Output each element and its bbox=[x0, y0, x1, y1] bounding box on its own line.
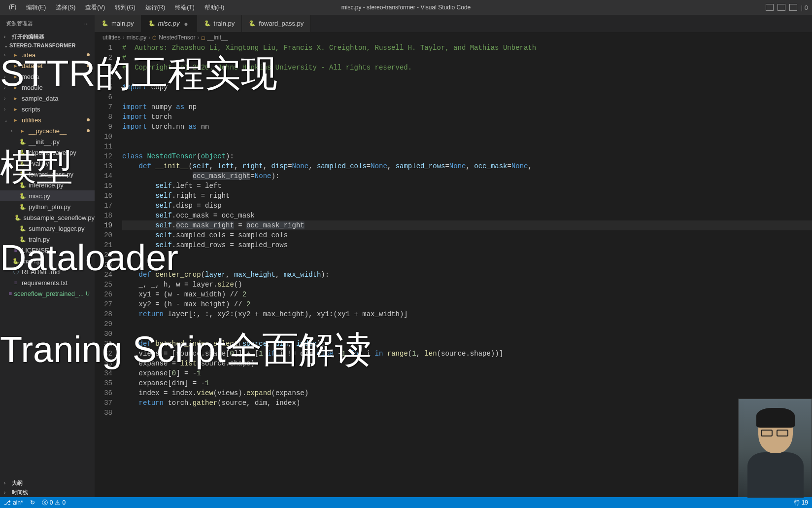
code-line[interactable]: def batched_index_select(source, dim, in… bbox=[122, 339, 812, 349]
code-line[interactable]: self.left = left bbox=[122, 181, 812, 191]
menu-编辑(E)[interactable]: 编辑(E) bbox=[21, 1, 51, 14]
code-line[interactable]: xy2 = (h - max_height) // 2 bbox=[122, 299, 812, 309]
code-line[interactable]: import torch.nn as nn bbox=[122, 122, 812, 132]
tree-item-.idea[interactable]: ›▸.idea bbox=[0, 49, 95, 60]
branch-icon: ⎇ bbox=[4, 499, 11, 506]
code-line[interactable]: occ_mask_right=None): bbox=[122, 171, 812, 181]
tree-item-main.py[interactable]: 🐍main.py bbox=[0, 255, 95, 266]
breadcrumb[interactable]: utilities›misc.py›⬡NestedTensor›◻__init_… bbox=[95, 32, 812, 43]
tree-item-foward_pass.py[interactable]: 🐍foward_pass.py bbox=[0, 169, 95, 180]
code-line[interactable]: self.disp = disp bbox=[122, 201, 812, 211]
tree-item-LICENSE[interactable]: ≡LICENSE bbox=[0, 245, 95, 255]
tree-item-dataset[interactable]: ›▸dataset bbox=[0, 60, 95, 71]
code-line[interactable]: import numpy as np bbox=[122, 102, 812, 112]
tree-item-python_pfm.py[interactable]: 🐍python_pfm.py bbox=[0, 201, 95, 212]
problems[interactable]: ⓧ 0 ⚠ 0 bbox=[42, 499, 66, 507]
tree-item-module[interactable]: ›▸module bbox=[0, 82, 95, 93]
code-line[interactable]: self.sampled_cols = sampled_cols bbox=[122, 230, 812, 240]
git-branch[interactable]: ⎇ ain* bbox=[4, 499, 23, 506]
code-line[interactable] bbox=[122, 250, 812, 260]
code-line[interactable]: # Copyright (c) 2020. Johns Hopkins Univ… bbox=[122, 63, 812, 73]
tree-item-README.md[interactable]: ⓘREADME.md bbox=[0, 266, 95, 277]
cursor-position[interactable]: 行 19 bbox=[794, 499, 808, 507]
code-line[interactable]: import torch bbox=[122, 112, 812, 122]
code-line[interactable]: xy1 = (w - max_width) // 2 bbox=[122, 290, 812, 299]
close-icon[interactable]: ● bbox=[183, 20, 190, 28]
menu-运行(R)[interactable]: 运行(R) bbox=[140, 1, 170, 14]
menu-选择(S)[interactable]: 选择(S) bbox=[51, 1, 80, 14]
code-line[interactable]: def center_crop(layer, max_height, max_w… bbox=[122, 270, 812, 280]
tree-item-summary_logger.py[interactable]: 🐍summary_logger.py bbox=[0, 223, 95, 234]
tree-item-requirements.txt[interactable]: ≡requirements.txt bbox=[0, 277, 95, 288]
tree-item-sceneflow_pretrained_...[interactable]: ≡sceneflow_pretrained_...U bbox=[0, 288, 95, 299]
code-line[interactable]: def __init__(self, left, right, disp=Non… bbox=[122, 161, 812, 171]
explorer-title: 资源管理器 bbox=[6, 20, 33, 27]
project-section[interactable]: ⌄ STEREO-TRANSFORMER bbox=[0, 41, 95, 49]
code-line[interactable] bbox=[122, 142, 812, 151]
line-number: 13 bbox=[95, 161, 112, 171]
menu-查看(V)[interactable]: 查看(V) bbox=[80, 1, 110, 14]
tree-item-train.py[interactable]: 🐍train.py bbox=[0, 234, 95, 245]
code-line[interactable] bbox=[122, 73, 812, 82]
breadcrumb-item[interactable]: NestedTensor bbox=[159, 34, 195, 41]
code-line[interactable]: class NestedTensor(object): bbox=[122, 151, 812, 161]
editor[interactable]: 1234567891011121314151617181920212223242… bbox=[95, 43, 812, 497]
layout-icon-3[interactable] bbox=[789, 4, 797, 11]
warning-icon: ⚠ bbox=[55, 499, 60, 506]
tab-misc.py[interactable]: 🐍misc.py● bbox=[141, 15, 197, 32]
code-line[interactable]: import copy bbox=[122, 82, 812, 92]
menu-终端(T)[interactable]: 终端(T) bbox=[170, 1, 199, 14]
menu-转到(G)[interactable]: 转到(G) bbox=[110, 1, 140, 14]
tree-item-misc.py[interactable]: 🐍misc.py bbox=[0, 190, 95, 201]
code-line[interactable] bbox=[122, 260, 812, 270]
outline-section[interactable]: › 大纲 bbox=[0, 478, 95, 488]
code-line[interactable] bbox=[122, 329, 812, 339]
tab-main.py[interactable]: 🐍main.py bbox=[95, 15, 141, 32]
code-line[interactable]: # Authors: Zhaoshuo Li, Xingtong Liu, Fr… bbox=[122, 43, 812, 53]
tree-item-eval.py[interactable]: 🐍eval.py bbox=[0, 158, 95, 169]
tree-item-__init__.py[interactable]: 🐍__init__.py bbox=[0, 136, 95, 147]
code-line[interactable] bbox=[122, 408, 812, 418]
code-line[interactable]: _, _, h, w = layer.size() bbox=[122, 280, 812, 290]
code-line[interactable]: self.right = right bbox=[122, 191, 812, 201]
open-editors-section[interactable]: › 打开的编辑器 bbox=[0, 32, 95, 41]
breadcrumb-item[interactable]: __init__ bbox=[207, 34, 228, 41]
layout-icon-1[interactable] bbox=[766, 4, 774, 11]
timeline-section[interactable]: › 时间线 bbox=[0, 488, 95, 497]
tree-item-subsample_sceneflow.py[interactable]: 🐍subsample_sceneflow.py bbox=[0, 212, 95, 223]
code-line[interactable]: return torch.gather(source, dim, index) bbox=[122, 398, 812, 408]
tab-label: misc.py bbox=[158, 20, 180, 27]
code-line[interactable] bbox=[122, 92, 812, 102]
code-line[interactable] bbox=[122, 132, 812, 142]
code-line[interactable]: self.occ_mask_right = occ_mask_right bbox=[122, 220, 812, 230]
code-line[interactable]: expanse[0] = -1 bbox=[122, 368, 812, 378]
code-line[interactable]: self.sampled_rows = sampled_rows bbox=[122, 240, 812, 250]
tree-item-scripts[interactable]: ›▸scripts bbox=[0, 104, 95, 114]
layout-icon-2[interactable] bbox=[778, 4, 785, 11]
code-line[interactable]: views = [source.shape[0]] + [1 if i != d… bbox=[122, 349, 812, 359]
code-line[interactable]: expanse = list(source.shape) bbox=[122, 359, 812, 368]
more-icon[interactable]: ··· bbox=[84, 21, 89, 27]
menu-帮助(H)[interactable]: 帮助(H) bbox=[200, 1, 230, 14]
sync-button[interactable]: ↻ bbox=[30, 499, 35, 506]
tree-item-utilities[interactable]: ⌄▸utilities bbox=[0, 114, 95, 125]
code-line[interactable]: self.occ_mask = occ_mask bbox=[122, 211, 812, 220]
breadcrumb-item[interactable]: utilities bbox=[102, 34, 121, 41]
code-line[interactable]: # bbox=[122, 53, 812, 63]
tree-item-ckpoint_saver.py[interactable]: 🐍ckpoint_saver.py bbox=[0, 147, 95, 158]
layout-icon-4[interactable]: | 0 bbox=[801, 4, 808, 11]
tab-train.py[interactable]: 🐍train.py bbox=[197, 15, 242, 32]
code-line[interactable]: index = index.view(views).expand(expanse… bbox=[122, 388, 812, 398]
breadcrumb-item[interactable]: misc.py bbox=[127, 34, 147, 41]
tab-foward_pass.py[interactable]: 🐍foward_pass.py bbox=[242, 15, 311, 32]
tree-item-__pycache__[interactable]: ›▸__pycache__ bbox=[0, 125, 95, 136]
folder-icon: ▸ bbox=[12, 52, 20, 58]
code-line[interactable]: return layer[:, :, xy2:(xy2 + max_height… bbox=[122, 309, 812, 319]
tree-item-sample_data[interactable]: ›▸sample_data bbox=[0, 93, 95, 104]
tree-item-media[interactable]: ›▸media bbox=[0, 71, 95, 82]
code-line[interactable]: expanse[dim] = -1 bbox=[122, 378, 812, 388]
code-content[interactable]: # Authors: Zhaoshuo Li, Xingtong Liu, Fr… bbox=[122, 43, 812, 497]
tree-item-inference.py[interactable]: 🐍inference.py bbox=[0, 180, 95, 190]
menu-(F)[interactable]: (F) bbox=[4, 1, 21, 14]
code-line[interactable] bbox=[122, 319, 812, 329]
